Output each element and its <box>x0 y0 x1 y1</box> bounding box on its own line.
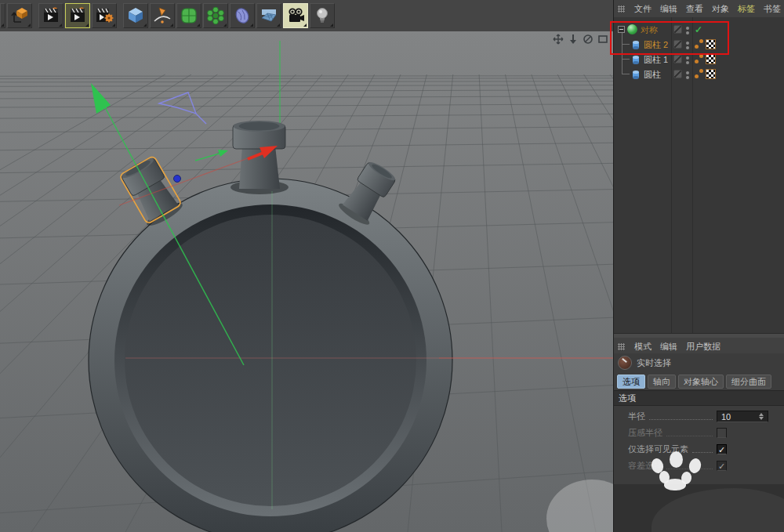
render-view-button[interactable] <box>38 3 64 28</box>
light-button[interactable] <box>310 3 335 28</box>
volume-icon <box>232 5 252 26</box>
gizmo-handle-dot[interactable] <box>174 176 181 183</box>
display-color-chip[interactable] <box>673 70 682 78</box>
clipped-tool-button[interactable] <box>0 3 5 28</box>
cylinder-object-icon[interactable] <box>630 69 641 80</box>
param-radius: 半径 10 <box>614 408 784 425</box>
param-label: 压感半径 <box>628 427 662 439</box>
deformer-icon <box>205 5 226 26</box>
live-selection-icon <box>618 356 632 370</box>
workplane-icon <box>9 5 30 26</box>
param-visible-only: 仅选择可见元素 ✓ <box>614 441 784 458</box>
render-picture-viewer-button[interactable] <box>65 3 90 28</box>
camera-icon <box>285 5 306 26</box>
cylinder-object-icon[interactable] <box>630 54 641 65</box>
deformer-button[interactable] <box>203 3 228 28</box>
panel-empty-area <box>614 484 784 532</box>
right-panel: 文件 编辑 查看 对象 标签 书签 对称 ✓ <box>613 0 784 532</box>
viewport[interactable] <box>0 31 613 532</box>
cube-icon <box>125 5 146 26</box>
subdivision-surface-button[interactable] <box>176 3 201 28</box>
dotted-leader <box>649 413 713 420</box>
om-menu-view[interactable]: 查看 <box>686 3 703 15</box>
pen-icon <box>152 5 172 26</box>
application-window: 文件 编辑 查看 对象 标签 书签 对称 ✓ <box>0 0 784 532</box>
om-menu-bookmarks[interactable]: 书签 <box>764 3 781 15</box>
tab-subdivision[interactable]: 细分曲面 <box>726 375 771 389</box>
render-settings-icon <box>94 5 114 26</box>
viewport-canvas <box>0 31 613 532</box>
tag-dots[interactable] <box>695 54 704 63</box>
tolerant-selection-checkbox[interactable]: ✓ <box>717 461 727 471</box>
om-menu-object[interactable]: 对象 <box>712 3 729 15</box>
tab-object-axis[interactable]: 对象轴心 <box>678 375 724 389</box>
main-toolbar <box>0 0 613 32</box>
pressure-radius-checkbox[interactable] <box>717 428 727 438</box>
render-picture-viewer-icon <box>67 5 88 26</box>
am-menu-mode[interactable]: 模式 <box>634 341 652 353</box>
object-manager-tree: 对称 ✓ 圆柱 2 圆柱 1 <box>614 17 784 333</box>
visible-only-checkbox[interactable]: ✓ <box>717 444 727 454</box>
param-pressure-radius: 压感半径 <box>614 425 784 441</box>
dotted-leader <box>666 429 713 436</box>
viewport-nav-controls <box>553 34 608 45</box>
tab-axis[interactable]: 轴向 <box>648 375 676 389</box>
pan-icon[interactable] <box>553 34 564 45</box>
om-menu-file[interactable]: 文件 <box>634 3 652 15</box>
am-menu-userdata[interactable]: 用户数据 <box>686 341 720 353</box>
floor-icon <box>259 5 279 26</box>
toggle-view-icon[interactable] <box>597 34 608 45</box>
object-manager-menubar: 文件 编辑 查看 对象 标签 书签 <box>614 0 784 18</box>
tab-options[interactable]: 选项 <box>617 375 645 389</box>
active-tool-row: 实时选择 <box>614 353 784 372</box>
om-menu-tags[interactable]: 标签 <box>738 3 755 15</box>
panel-grip-icon[interactable] <box>618 343 625 350</box>
om-menu-edit[interactable]: 编辑 <box>660 3 677 15</box>
render-view-icon <box>41 5 61 26</box>
floor-button[interactable] <box>256 3 281 28</box>
panel-grip-icon[interactable] <box>618 5 625 13</box>
am-menu-edit[interactable]: 编辑 <box>660 341 677 353</box>
primitive-cube-button[interactable] <box>123 3 148 28</box>
workplane-tool-button[interactable] <box>7 3 32 28</box>
spline-pen-button[interactable] <box>150 3 175 28</box>
tag-dots[interactable] <box>695 69 704 78</box>
texture-tag-icon[interactable] <box>706 69 716 79</box>
volume-button[interactable] <box>230 3 255 28</box>
section-header: 选项 <box>614 390 784 406</box>
active-tool-label: 实时选择 <box>637 357 671 369</box>
render-settings-button[interactable] <box>92 3 117 28</box>
rotate-icon[interactable] <box>583 34 593 45</box>
tree-row-cylinder[interactable]: 圆柱 <box>614 67 784 81</box>
watermark-wave <box>652 488 784 532</box>
subdivision-surface-icon <box>179 5 199 26</box>
radius-input[interactable]: 10 <box>717 411 768 422</box>
radius-value: 10 <box>721 412 731 422</box>
dotted-leader <box>692 446 713 453</box>
attribute-tabs: 选项 轴向 对象轴心 细分曲面 <box>614 372 784 390</box>
light-icon <box>312 5 332 26</box>
display-color-chip[interactable] <box>673 55 682 63</box>
param-label: 半径 <box>628 411 645 422</box>
dolly-icon[interactable] <box>568 34 579 45</box>
camera-button[interactable] <box>283 3 308 28</box>
object-label[interactable]: 圆柱 <box>644 67 661 81</box>
annotation-highlight-box <box>610 21 729 55</box>
spinner[interactable] <box>759 412 766 421</box>
texture-tag-icon[interactable] <box>706 54 716 64</box>
